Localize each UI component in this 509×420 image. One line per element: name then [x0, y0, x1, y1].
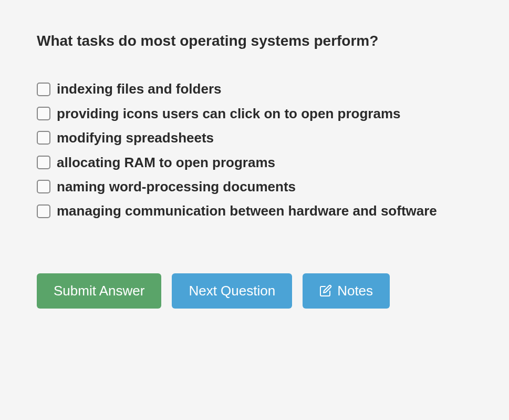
checkbox-option-0[interactable] [37, 83, 50, 96]
option-label[interactable]: modifying spreadsheets [57, 128, 214, 147]
option-row: indexing files and folders [37, 79, 472, 98]
checkbox-option-5[interactable] [37, 204, 50, 218]
option-label[interactable]: managing communication between hardware … [57, 201, 437, 220]
notes-button-label: Notes [337, 283, 373, 299]
next-question-button[interactable]: Next Question [172, 273, 292, 309]
option-label[interactable]: indexing files and folders [57, 79, 222, 98]
option-row: allocating RAM to open programs [37, 153, 472, 172]
button-row: Submit Answer Next Question Notes [37, 273, 472, 309]
edit-icon [319, 284, 332, 297]
options-list: indexing files and folders providing ico… [37, 79, 472, 220]
option-label[interactable]: allocating RAM to open programs [57, 153, 275, 172]
notes-button[interactable]: Notes [303, 273, 390, 309]
option-label[interactable]: naming word-processing documents [57, 177, 296, 196]
option-row: modifying spreadsheets [37, 128, 472, 147]
checkbox-option-3[interactable] [37, 156, 50, 169]
question-text: What tasks do most operating systems per… [37, 32, 472, 50]
checkbox-option-4[interactable] [37, 180, 50, 193]
option-label[interactable]: providing icons users can click on to op… [57, 104, 400, 123]
submit-button[interactable]: Submit Answer [37, 273, 161, 309]
option-row: providing icons users can click on to op… [37, 104, 472, 123]
option-row: naming word-processing documents [37, 177, 472, 196]
option-row: managing communication between hardware … [37, 201, 472, 220]
checkbox-option-2[interactable] [37, 131, 50, 145]
checkbox-option-1[interactable] [37, 107, 50, 120]
